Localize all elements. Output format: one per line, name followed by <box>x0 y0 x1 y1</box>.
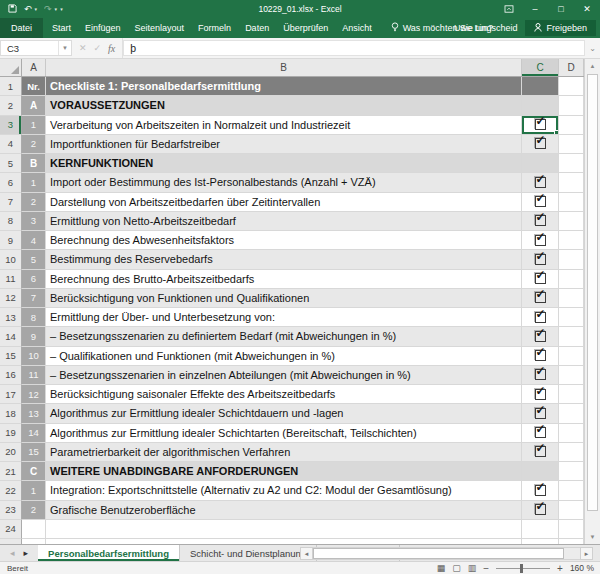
cell-b24[interactable] <box>46 520 522 539</box>
cell-b15[interactable]: – Qualifikationen und Funktionen (mit Ab… <box>46 347 522 366</box>
checkbox-checked-icon[interactable]: ✓ <box>535 215 546 226</box>
column-header-a[interactable]: A <box>22 59 46 76</box>
cell-a6[interactable]: 1 <box>22 173 46 192</box>
cell-b9[interactable]: Berechnung des Abwesenheitsfaktors <box>46 231 522 250</box>
cell-c11[interactable]: ✓ <box>522 270 559 289</box>
cell-c3[interactable]: ✓ <box>522 116 559 135</box>
cell-c13[interactable]: ✓ <box>522 308 559 327</box>
previous-sheet-icon[interactable]: ◂ <box>10 548 15 558</box>
row-header-13[interactable]: 13 <box>0 308 22 327</box>
cell-d10[interactable] <box>559 250 584 269</box>
row-header-4[interactable]: 4 <box>0 135 22 154</box>
cell-d14[interactable] <box>559 327 584 346</box>
cell-a18[interactable]: 13 <box>22 404 46 423</box>
cell-b10[interactable]: Bestimmung des Reservebedarfs <box>46 250 522 269</box>
row-header-1[interactable]: 1 <box>0 77 22 96</box>
cell-c5[interactable] <box>522 154 559 173</box>
checkbox-checked-icon[interactable]: ✓ <box>535 427 546 438</box>
page-layout-view-icon[interactable]: ▢ <box>452 563 461 573</box>
column-header-d[interactable]: D <box>559 59 584 76</box>
close-icon[interactable]: ✕ <box>574 0 600 18</box>
cell-d8[interactable] <box>559 212 584 231</box>
insert-function-icon[interactable]: fx <box>108 43 115 54</box>
cell-d24[interactable] <box>559 520 584 539</box>
checkbox-checked-icon[interactable]: ✓ <box>535 485 546 496</box>
vertical-scrollbar[interactable]: ▲ ▼ <box>584 59 600 544</box>
row-header-15[interactable]: 15 <box>0 347 22 366</box>
cell-a7[interactable]: 2 <box>22 193 46 212</box>
formula-input[interactable]: þ <box>123 40 585 56</box>
cell-c1[interactable] <box>522 77 559 96</box>
zoom-out-icon[interactable]: − <box>483 563 489 574</box>
cell-a1[interactable]: Nr. <box>22 77 46 96</box>
cell-d18[interactable] <box>559 404 584 423</box>
cell-d5[interactable] <box>559 154 584 173</box>
cell-c17[interactable]: ✓ <box>522 385 559 404</box>
cell-b1[interactable]: Checkliste 1: Personalbedarfsermittlung <box>46 77 522 96</box>
cell-d9[interactable] <box>559 231 584 250</box>
ribbon-tab-daten[interactable]: Daten <box>238 18 276 38</box>
maximize-icon[interactable]: □ <box>548 0 574 18</box>
cell-b8[interactable]: Ermittlung von Netto-Arbeitszeitbedarf <box>46 212 522 231</box>
ribbon-tab-datei[interactable]: Datei <box>0 18 43 38</box>
cell-d7[interactable] <box>559 193 584 212</box>
cell-a2[interactable]: A <box>22 96 46 115</box>
zoom-slider[interactable] <box>496 564 550 573</box>
row-header-23[interactable]: 23 <box>0 501 22 520</box>
cell-d3[interactable] <box>559 116 584 135</box>
checkbox-checked-icon[interactable]: ✓ <box>535 138 546 149</box>
sheet-tab-personalbedarfsermittlung[interactable]: Personalbedarfsermittlung <box>38 545 180 561</box>
cell-a8[interactable]: 3 <box>22 212 46 231</box>
vertical-scroll-thumb[interactable] <box>587 74 598 511</box>
cell-a23[interactable]: 2 <box>22 501 46 520</box>
row-header-5[interactable]: 5 <box>0 154 22 173</box>
row-header-12[interactable]: 12 <box>0 289 22 308</box>
cell-a16[interactable]: 11 <box>22 366 46 385</box>
minimize-icon[interactable]: – <box>522 0 548 18</box>
horizontal-scrollbar[interactable]: ◄ ► <box>300 547 593 560</box>
cell-d6[interactable] <box>559 173 584 192</box>
row-header-6[interactable]: 6 <box>0 173 22 192</box>
customize-quick-access-icon[interactable]: ▾ <box>60 6 63 12</box>
cell-b7[interactable]: Darstellung von Arbeitszeitbedarfen über… <box>46 193 522 212</box>
scroll-down-icon[interactable]: ▼ <box>585 530 600 544</box>
cell-c12[interactable]: ✓ <box>522 289 559 308</box>
cell-a3[interactable]: 1 <box>22 116 46 135</box>
zoom-level[interactable]: 160 % <box>570 563 594 573</box>
cell-b21[interactable]: WEITERE UNABDINGBARE ANFORDERUNGEN <box>46 462 522 481</box>
checkbox-checked-icon[interactable]: ✓ <box>535 254 546 265</box>
cell-d4[interactable] <box>559 135 584 154</box>
row-header-11[interactable]: 11 <box>0 270 22 289</box>
cell-b22[interactable]: Integration: Exportschnittstelle (Altern… <box>46 481 522 500</box>
page-break-preview-icon[interactable]: ▥ <box>468 563 477 573</box>
zoom-slider-thumb[interactable] <box>520 564 523 573</box>
cell-c15[interactable]: ✓ <box>522 347 559 366</box>
horizontal-scroll-track[interactable] <box>313 547 580 560</box>
cell-c18[interactable]: ✓ <box>522 404 559 423</box>
cell-a13[interactable]: 8 <box>22 308 46 327</box>
ribbon-tab-formeln[interactable]: Formeln <box>191 18 238 38</box>
checkbox-checked-icon[interactable]: ✓ <box>535 312 546 323</box>
cell-a5[interactable]: B <box>22 154 46 173</box>
cell-c19[interactable]: ✓ <box>522 424 559 443</box>
cell-a22[interactable]: 1 <box>22 481 46 500</box>
row-header-8[interactable]: 8 <box>0 212 22 231</box>
cell-a15[interactable]: 10 <box>22 347 46 366</box>
cell-a14[interactable]: 9 <box>22 327 46 346</box>
row-header-14[interactable]: 14 <box>0 327 22 346</box>
cell-c4[interactable]: ✓ <box>522 135 559 154</box>
checkbox-checked-icon[interactable]: ✓ <box>535 292 546 303</box>
cell-c24[interactable] <box>522 520 559 539</box>
cell-b16[interactable]: – Besetzungsszenarien in einzelnen Abtei… <box>46 366 522 385</box>
share-button[interactable]: Freigeben <box>525 20 596 36</box>
horizontal-scroll-thumb[interactable] <box>313 548 564 559</box>
cell-d12[interactable] <box>559 289 584 308</box>
cell-b6[interactable]: Import oder Bestimmung des Ist-Personalb… <box>46 173 522 192</box>
cell-c8[interactable]: ✓ <box>522 212 559 231</box>
checkbox-checked-icon[interactable]: ✓ <box>535 273 546 284</box>
ribbon-tab-ansicht[interactable]: Ansicht <box>335 18 379 38</box>
normal-view-icon[interactable]: ▦ <box>437 563 446 573</box>
cell-a24[interactable] <box>22 520 46 539</box>
cell-b11[interactable]: Berechnung des Brutto-Arbeitszeitbedarfs <box>46 270 522 289</box>
ribbon-tab-seitenlayout[interactable]: Seitenlayout <box>128 18 192 38</box>
